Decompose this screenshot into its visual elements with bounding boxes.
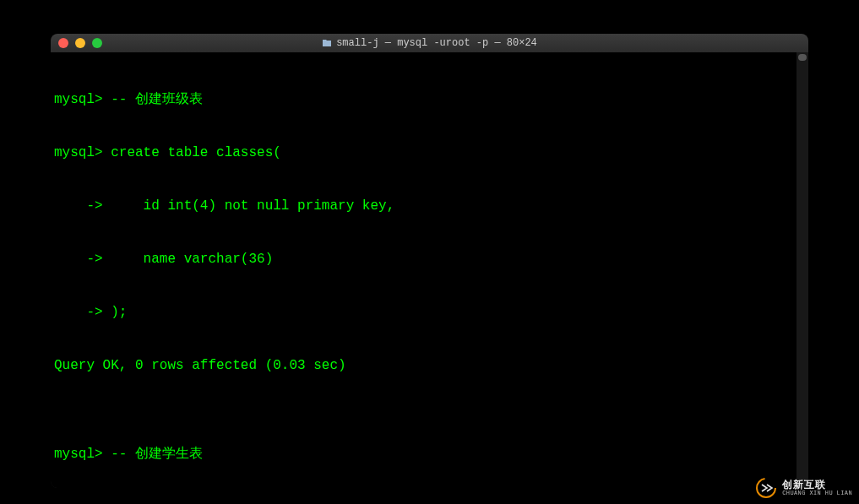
folder-icon — [322, 39, 332, 47]
scrollbar-thumb[interactable] — [798, 54, 807, 61]
terminal-line: Query OK, 0 rows affected (0.03 sec) — [54, 357, 805, 375]
terminal-line: -> id int(4) not null primary key, — [54, 198, 805, 215]
watermark-text: 创新互联 CHUANG XIN HU LIAN — [782, 480, 852, 496]
titlebar: small-j — mysql -uroot -p — 80×24 — [51, 34, 808, 52]
terminal-window: small-j — mysql -uroot -p — 80×24 mysql>… — [51, 34, 808, 488]
terminal-body[interactable]: mysql> -- 创建班级表 mysql> create table clas… — [51, 52, 808, 488]
terminal-line: -> ); — [54, 304, 805, 322]
terminal-line: -> name varchar(36) — [54, 251, 805, 268]
watermark-logo-icon — [755, 477, 777, 499]
watermark-en: CHUANG XIN HU LIAN — [782, 490, 852, 496]
window-title-text: small-j — mysql -uroot -p — 80×24 — [336, 37, 537, 49]
scrollbar-track[interactable] — [796, 52, 808, 488]
terminal-content: mysql> -- 创建班级表 mysql> create table clas… — [54, 56, 805, 488]
terminal-line: mysql> -- 创建学生表 — [54, 446, 805, 463]
watermark: 创新互联 CHUANG XIN HU LIAN — [755, 477, 852, 499]
window-title: small-j — mysql -uroot -p — 80×24 — [51, 37, 808, 49]
terminal-line: mysql> -- 创建班级表 — [54, 91, 805, 109]
terminal-line: mysql> create table classes( — [54, 144, 805, 162]
watermark-cn: 创新互联 — [782, 480, 852, 490]
